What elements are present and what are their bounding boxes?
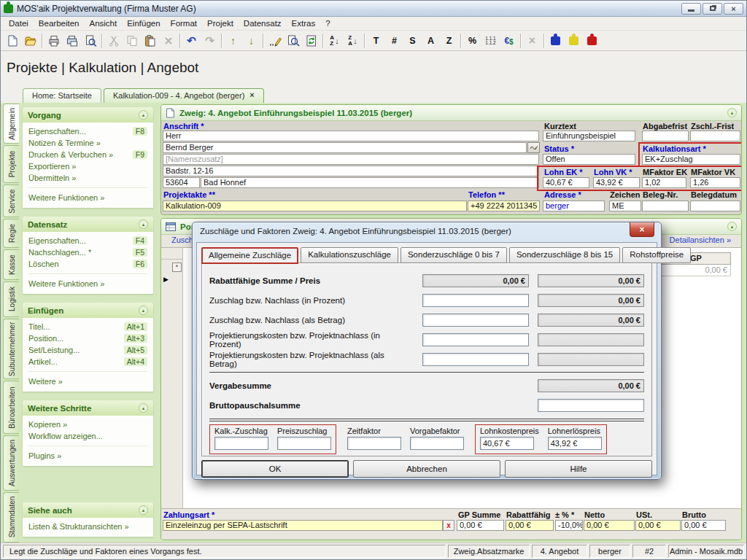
number-column-button[interactable]: #: [385, 32, 403, 50]
projektakte-field[interactable]: Kalkulation-009: [163, 201, 467, 211]
sidebar-item-set-leistung[interactable]: Set/Leistung...Alt+5: [23, 344, 153, 356]
a-column-button[interactable]: A: [422, 32, 440, 50]
sidebar-item-loeschen[interactable]: LöschenF6: [23, 258, 153, 270]
lohnkostenpreis-input[interactable]: 40,67 €: [480, 437, 534, 450]
tab-close-icon[interactable]: ×: [249, 91, 254, 99]
form-collapse-button[interactable]: ▲: [727, 108, 737, 117]
copy-button[interactable]: [123, 32, 141, 50]
sidebar-item-weitere[interactable]: Weitere »: [23, 376, 153, 387]
address-street-field[interactable]: Badstr. 12-16: [163, 166, 539, 176]
sidebar-item-notizen-termine[interactable]: Notizen & Termine »: [23, 137, 153, 149]
belegdatum-field[interactable]: [690, 201, 740, 211]
projektierungskosten-betrag-input[interactable]: [422, 353, 529, 366]
ort-field[interactable]: Bad Honnef: [201, 177, 539, 188]
dialog-tab-sonderzuschlaege-8-15[interactable]: Sonderzuschläge 8 bis 15: [509, 247, 620, 263]
mfaktor-ek-field[interactable]: 1,02: [642, 177, 686, 188]
lookup-button[interactable]: [284, 32, 302, 50]
plugin-red-button[interactable]: [583, 32, 601, 50]
ust-field[interactable]: 0,00 €: [635, 520, 681, 531]
module-tab-service[interactable]: Service: [3, 184, 19, 218]
new-document-button[interactable]: [3, 32, 21, 50]
percent-button[interactable]: %: [463, 32, 481, 50]
abgabefrist-field[interactable]: [642, 131, 689, 141]
print-preview-button[interactable]: [81, 32, 99, 50]
currency-button[interactable]: €$: [500, 32, 518, 50]
rabattfaehig-field[interactable]: 0,00 €: [506, 520, 554, 531]
sidebar-item-titel[interactable]: Titel...Alt+1: [23, 321, 153, 332]
sidebar-item-eigenschaften[interactable]: Eigenschaften...F8: [23, 125, 153, 137]
bruttopauschalsumme-input[interactable]: [538, 399, 644, 412]
restore-button[interactable]: [703, 3, 722, 15]
address-line1-field[interactable]: Herr: [163, 131, 539, 141]
undo-button[interactable]: ↶: [182, 32, 201, 50]
module-tab-regie[interactable]: Regie: [3, 219, 19, 248]
collapse-button[interactable]: ▲: [139, 505, 148, 515]
sidebar-item-drucken-verbuchen[interactable]: Drucken & Verbuchen »F9: [23, 149, 153, 160]
refresh-button[interactable]: [302, 32, 320, 50]
sidebar-item-artikel[interactable]: Artikel...Alt+4: [23, 356, 153, 368]
sidebar-item-ds-weitere-funktionen[interactable]: Weitere Funktionen »: [23, 278, 153, 289]
close-button[interactable]: ×: [724, 3, 743, 15]
lohnerloespreis-input[interactable]: 43,92 €: [548, 437, 602, 450]
collapse-button[interactable]: ▲: [139, 403, 148, 413]
cut-button[interactable]: [104, 32, 123, 50]
menu-extras[interactable]: Extras: [287, 18, 321, 29]
sidebar-item-listen-strukturansichten[interactable]: Listen & Strukturansichten »: [23, 521, 153, 532]
edit-button[interactable]: [266, 32, 284, 50]
panel-header-datensatz[interactable]: Datensatz ▲: [23, 217, 153, 232]
menu-ansicht[interactable]: Ansicht: [84, 18, 122, 29]
plusminus-field[interactable]: -10,0%: [555, 520, 583, 531]
new-row-button[interactable]: *: [172, 262, 182, 272]
lohn-vk-field[interactable]: 43,92 €: [593, 177, 640, 188]
print-options-button[interactable]: [63, 32, 81, 50]
paste-button[interactable]: [141, 32, 159, 50]
minimize-button[interactable]: [681, 3, 701, 15]
menu-bearbeiten[interactable]: Bearbeiten: [34, 18, 85, 29]
zahlungsart-clear-button[interactable]: x: [443, 520, 454, 531]
dialog-tab-kalkulationszuschlaege[interactable]: Kalkulationszuschläge: [301, 247, 398, 263]
redo-button[interactable]: ↷: [201, 32, 219, 50]
dialog-tab-sonderzuschlaege-0-7[interactable]: Sonderzuschläge 0 bis 7: [400, 247, 507, 263]
menu-format[interactable]: Format: [166, 18, 202, 29]
plz-field[interactable]: 53604: [163, 177, 200, 188]
module-tab-logistik[interactable]: Logistik: [3, 281, 19, 318]
sidebar-item-kopieren[interactable]: Kopieren »: [23, 419, 153, 430]
sidebar-item-ds-eigenschaften[interactable]: Eigenschaften...F4: [23, 235, 153, 246]
menu-datei[interactable]: Datei: [4, 18, 34, 29]
address-edit-button[interactable]: [527, 142, 540, 153]
address-line2-field[interactable]: Bernd Berger: [163, 142, 527, 153]
module-tab-stammdaten[interactable]: Stammdaten: [3, 492, 19, 542]
z-column-button[interactable]: Z: [440, 32, 458, 50]
sort-ascending-button[interactable]: AZ↓: [325, 32, 344, 50]
zschl-frist-field[interactable]: [690, 131, 740, 141]
open-button[interactable]: [21, 32, 39, 50]
gp-summe-field[interactable]: 0,00 €: [457, 520, 504, 531]
menu-projekt[interactable]: Projekt: [202, 18, 239, 29]
kalkulationsart-field[interactable]: EK+Zuschlag: [642, 154, 740, 165]
positions-collapse-button[interactable]: ▲: [727, 222, 737, 231]
move-up-button[interactable]: ↑: [224, 32, 242, 50]
move-down-button[interactable]: ↓: [242, 32, 260, 50]
panel-header-siehe-auch[interactable]: Siehe auch ▲: [23, 502, 153, 518]
cancel-button[interactable]: Abbrechen: [353, 460, 500, 478]
delete-button[interactable]: [159, 32, 177, 50]
numbering-button[interactable]: 1.1.11.1.2: [481, 32, 500, 50]
sidebar-item-uebermitteln[interactable]: Übermitteln »: [23, 172, 153, 184]
address-line3-field[interactable]: [Namenszusatz]: [163, 154, 539, 165]
vorgabefaktor-input[interactable]: [410, 437, 464, 450]
gp-cell[interactable]: 0,00 €: [661, 265, 731, 276]
module-tab-kasse[interactable]: Kasse: [3, 249, 19, 280]
panel-header-einfuegen[interactable]: Einfügen ▲: [23, 303, 153, 318]
collapse-button[interactable]: ▲: [139, 110, 148, 120]
text-column-button[interactable]: T: [367, 32, 385, 50]
module-tab-subunternehmer[interactable]: Subunternehmer: [3, 319, 19, 379]
tab-current[interactable]: Kalkulation-009 - 4. Angebot (berger)×: [104, 88, 264, 103]
collapse-button[interactable]: ▲: [139, 306, 148, 315]
module-tab-bueroarbeiten[interactable]: Büroarbeiten: [3, 381, 19, 434]
sidebar-item-plugins[interactable]: Plugins »: [23, 450, 153, 462]
s-column-button[interactable]: S: [403, 32, 422, 50]
zuschlag-betrag-input[interactable]: [422, 314, 529, 327]
beleg-nr-field[interactable]: [642, 201, 689, 211]
netto-field[interactable]: 0,00 €: [584, 520, 635, 531]
menu-help[interactable]: ?: [320, 18, 335, 29]
